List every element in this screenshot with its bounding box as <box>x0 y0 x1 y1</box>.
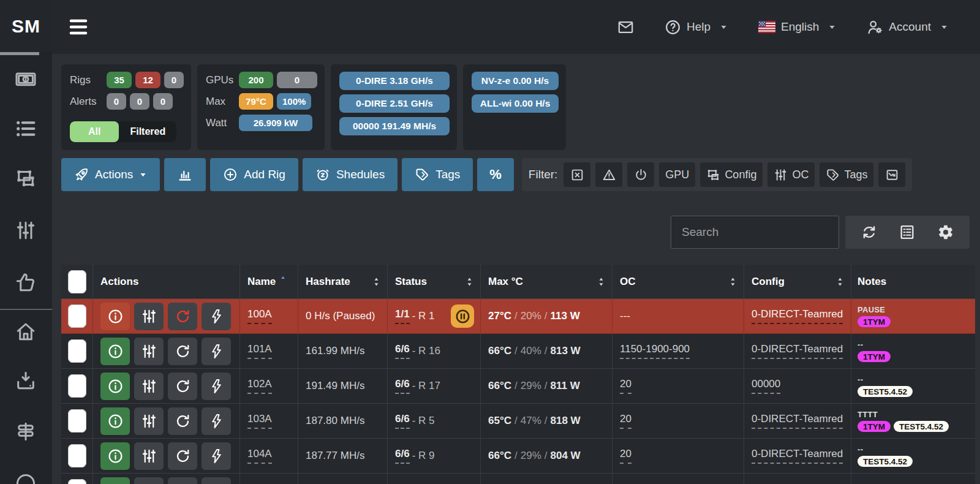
rig-power-button[interactable] <box>202 372 231 400</box>
rig-config-value[interactable]: 0-DIRECT-Teamred <box>752 448 843 464</box>
rig-tag-badge[interactable]: TEST5.4.52 <box>858 386 913 397</box>
filter-config-button[interactable]: Config <box>700 162 763 187</box>
help-menu[interactable]: Help <box>665 19 728 36</box>
rig-oc-button[interactable] <box>134 442 164 470</box>
tags-button[interactable]: Tags <box>402 158 473 191</box>
download-icon[interactable] <box>15 369 37 391</box>
messages-button[interactable] <box>617 19 634 36</box>
app-logo[interactable]: SM <box>0 0 52 52</box>
pause-badge[interactable] <box>451 304 474 328</box>
rig-info-button[interactable] <box>100 442 130 470</box>
rig-power-button[interactable] <box>202 303 231 330</box>
rig-oc-button[interactable] <box>134 477 164 484</box>
filter-oc-button[interactable]: OC <box>767 162 815 187</box>
rig-oc-button[interactable] <box>134 303 164 330</box>
rig-power-button[interactable] <box>202 338 231 365</box>
rig-restart-button[interactable] <box>168 442 197 470</box>
columns-list-icon[interactable] <box>899 224 916 241</box>
rig-oc-value[interactable]: 20 <box>620 378 631 394</box>
rig-oc-button[interactable] <box>134 372 164 400</box>
search-input[interactable] <box>671 216 839 249</box>
row-checkbox[interactable] <box>68 339 86 363</box>
rig-restart-button[interactable] <box>168 372 197 400</box>
rig-tag-badge[interactable]: TEST5.4.52 <box>858 456 913 467</box>
refresh-icon[interactable] <box>861 224 878 241</box>
rig-name-link[interactable]: 100A <box>247 308 272 324</box>
rig-hashrate: 187.77 MH/s <box>298 439 388 474</box>
column-header-name[interactable]: Name <box>240 265 298 299</box>
column-header-status[interactable]: Status <box>388 265 481 299</box>
rig-gpu-count[interactable]: 6/6 <box>395 343 410 359</box>
rig-power-button[interactable] <box>202 407 231 435</box>
rig-restart-button[interactable] <box>168 338 197 365</box>
rig-restart-button[interactable] <box>168 477 197 484</box>
filter-alerts-button[interactable] <box>595 162 622 187</box>
gear-icon[interactable] <box>937 224 954 241</box>
rig-power-button[interactable] <box>202 477 231 484</box>
rig-power-button[interactable] <box>202 442 231 470</box>
rig-gpu-count[interactable]: 6/6 <box>395 448 410 464</box>
actions-button[interactable]: Actions <box>61 158 160 191</box>
rig-name-link[interactable]: 104A <box>247 448 272 464</box>
row-checkbox[interactable] <box>68 409 86 433</box>
rig-tag-badge[interactable]: 1TYM <box>858 316 891 327</box>
rig-config-value[interactable]: 00000 <box>752 378 780 394</box>
home-icon[interactable] <box>15 320 37 342</box>
rig-info-button[interactable] <box>100 303 130 330</box>
thumbs-up-icon[interactable] <box>15 271 37 293</box>
rig-oc-button[interactable] <box>134 338 164 365</box>
rig-gpu-count[interactable]: 1/1 <box>395 308 410 324</box>
select-all-checkbox[interactable] <box>68 270 86 293</box>
rig-info-button[interactable] <box>100 338 130 365</box>
money-icon[interactable] <box>15 68 37 90</box>
column-header-max-c[interactable]: Max °C <box>481 265 612 299</box>
filter-clear-button[interactable] <box>564 162 590 187</box>
menu-icon[interactable] <box>68 17 89 37</box>
language-menu[interactable]: English <box>758 20 836 34</box>
diagram-icon[interactable] <box>15 167 37 189</box>
rig-name-link[interactable]: 103A <box>247 413 272 429</box>
rig-info-button[interactable] <box>100 372 130 400</box>
sliders-icon[interactable] <box>15 219 37 241</box>
percent-button[interactable]: % <box>477 158 514 191</box>
column-header-hashrate[interactable]: Hashrate <box>298 265 388 299</box>
rig-info-button[interactable] <box>100 477 130 484</box>
rig-oc-value[interactable]: 20 <box>620 413 631 429</box>
column-header-config[interactable]: Config <box>744 265 851 299</box>
rig-hashrate: 191.49 MH/s <box>298 369 388 404</box>
toggle-all-option[interactable]: All <box>70 121 119 142</box>
filter-chart-button[interactable] <box>878 162 905 187</box>
circle-icon[interactable] <box>15 471 37 484</box>
account-menu[interactable]: Account <box>867 19 948 36</box>
rig-tag-badge[interactable]: TEST5.4.52 <box>894 421 949 432</box>
rig-config-value[interactable]: 0-DIRECT-Teamred <box>752 413 843 429</box>
row-checkbox[interactable] <box>68 304 86 328</box>
rig-tag-badge[interactable]: 1TYM <box>858 351 891 362</box>
signpost-icon[interactable] <box>15 420 37 442</box>
list-icon[interactable] <box>15 118 37 140</box>
rig-restart-button[interactable] <box>168 303 197 330</box>
toggle-filtered-option[interactable]: Filtered <box>119 121 176 142</box>
filter-power-button[interactable] <box>627 162 654 187</box>
row-checkbox[interactable] <box>68 374 86 398</box>
rig-gpu-count[interactable]: 6/6 <box>395 413 410 429</box>
rig-oc-value[interactable]: 20 <box>620 448 631 464</box>
rig-oc-value[interactable]: 1150-1900-900 <box>620 343 690 359</box>
filter-tags-button[interactable]: Tags <box>820 162 873 187</box>
rig-info-button[interactable] <box>100 407 130 435</box>
row-checkbox[interactable] <box>68 444 86 467</box>
rig-gpu-count[interactable]: 6/6 <box>395 378 410 394</box>
rig-restart-button[interactable] <box>168 407 197 435</box>
row-checkbox[interactable] <box>68 479 86 484</box>
rig-oc-button[interactable] <box>134 407 164 435</box>
rig-tag-badge[interactable]: 1TYM <box>858 421 891 432</box>
charts-button[interactable] <box>164 158 206 191</box>
rig-config-value[interactable]: 0-DIRECT-Teamred <box>752 308 843 324</box>
rig-config-value[interactable]: 0-DIRECT-Teamred <box>752 343 843 359</box>
add-rig-button[interactable]: Add Rig <box>210 158 298 191</box>
rig-name-link[interactable]: 101A <box>247 343 272 359</box>
rig-name-link[interactable]: 102A <box>247 378 272 394</box>
filter-gpu-button[interactable]: GPU <box>659 162 695 187</box>
shedules-button[interactable]: Shedules <box>303 158 398 191</box>
column-header-oc[interactable]: OC <box>612 265 744 299</box>
